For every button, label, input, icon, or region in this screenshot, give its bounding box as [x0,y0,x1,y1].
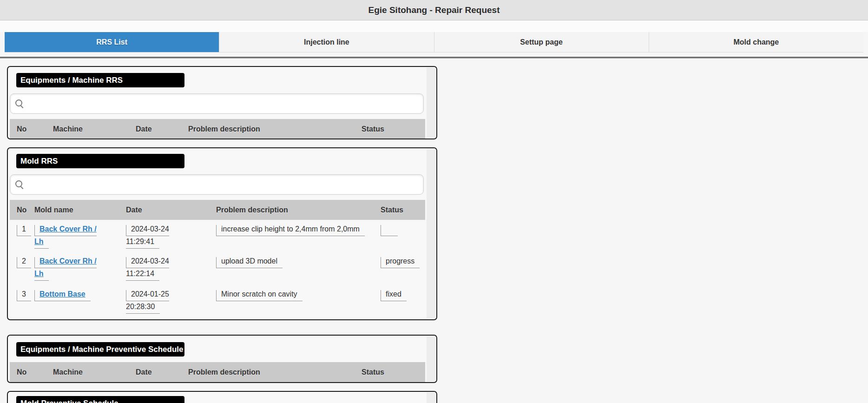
table-header-row: No Machine Date Problem description Stat… [10,362,425,382]
row-no: 3 [17,290,31,301]
col-machine: Machine [53,119,136,139]
mold-name-link[interactable]: Bottom Base [39,290,85,298]
col-no: No [10,119,53,139]
row-problem: upload 3D model [216,257,283,268]
top-gap [0,20,868,32]
row-problem: increase clip height to 2,4mm from 2,0mm [216,225,365,236]
panel-title-mold-preventive: Mold Preventive Schedule [16,396,184,403]
mold-rrs-search-input[interactable] [26,175,419,195]
row-status [381,225,398,236]
page-title: Egie Sitohang - Repair Request [0,0,868,20]
search-icon [15,99,22,106]
row-status: fixed [381,290,407,301]
panel-scrollbar[interactable] [427,336,436,382]
row-date: 2024-03-24 11:22:14 [126,257,169,281]
row-date: 2024-01-25 20:28:30 [126,290,169,314]
col-status: Status [362,119,425,139]
panel-mold-rrs: Mold RRS No Mold name Date Problem descr… [7,147,437,320]
machine-preventive-table: No Machine Date Problem description Stat… [10,362,425,382]
col-mold-name: Mold name [34,200,126,220]
search-icon [15,180,22,187]
col-problem: Problem description [188,119,362,139]
machine-rrs-search [10,93,424,114]
tab-bar: RRS List Injection line Settup page Mold… [5,32,863,53]
panel-scrollbar[interactable] [427,392,436,403]
col-machine: Machine [53,362,136,382]
machine-rrs-search-input[interactable] [26,94,419,114]
table-row: 3 Bottom Base 2024-01-25 20:28:30 Minor … [10,285,425,316]
mold-name-link[interactable]: Back Cover Rh / Lh [34,225,97,245]
col-no: No [10,362,53,382]
col-date: Date [136,119,188,139]
tab-divider-rule [0,57,868,59]
panel-machine-preventive: Equipments / Machine Preventive Schedule… [7,335,437,383]
tab-rrs-list[interactable]: RRS List [5,32,219,52]
table-row: 2 Back Cover Rh / Lh 2024-03-24 11:22:14… [10,252,425,285]
panel-scrollbar[interactable] [427,67,436,138]
row-problem: Minor scratch on cavity [216,290,302,301]
table-header-row: No Mold name Date Problem description St… [10,200,425,220]
machine-rrs-table: No Machine Date Problem description Stat… [10,119,425,139]
panel-title-machine-rrs: Equipments / Machine RRS [16,73,184,87]
col-status: Status [362,362,425,382]
panel-title-mold-rrs: Mold RRS [16,154,184,168]
tab-settup-page[interactable]: Settup page [434,32,649,52]
col-no: No [10,200,34,220]
table-row: 1 Back Cover Rh / Lh 2024-03-24 11:29:41… [10,220,425,252]
mold-name-link[interactable]: Back Cover Rh / Lh [34,257,97,277]
panel-scrollbar[interactable] [427,149,436,319]
panel-mold-preventive: Mold Preventive Schedule [7,391,437,403]
row-status: progress [381,257,420,268]
col-problem: Problem description [216,200,381,220]
col-status: Status [381,200,425,220]
col-date: Date [136,362,188,382]
row-no: 1 [17,225,31,236]
tab-injection-line[interactable]: Injection line [219,32,434,52]
col-date: Date [126,200,216,220]
tab-mold-change[interactable]: Mold change [649,32,863,52]
mold-rrs-table: No Mold name Date Problem description St… [10,200,425,316]
row-no: 2 [17,257,31,268]
row-date: 2024-03-24 11:29:41 [126,225,169,249]
panel-machine-rrs: Equipments / Machine RRS No Machine Date… [7,66,437,139]
col-problem: Problem description [188,362,362,382]
table-header-row: No Machine Date Problem description Stat… [10,119,425,139]
panel-title-machine-preventive: Equipments / Machine Preventive Schedule [16,342,184,357]
mold-rrs-search [10,174,424,195]
